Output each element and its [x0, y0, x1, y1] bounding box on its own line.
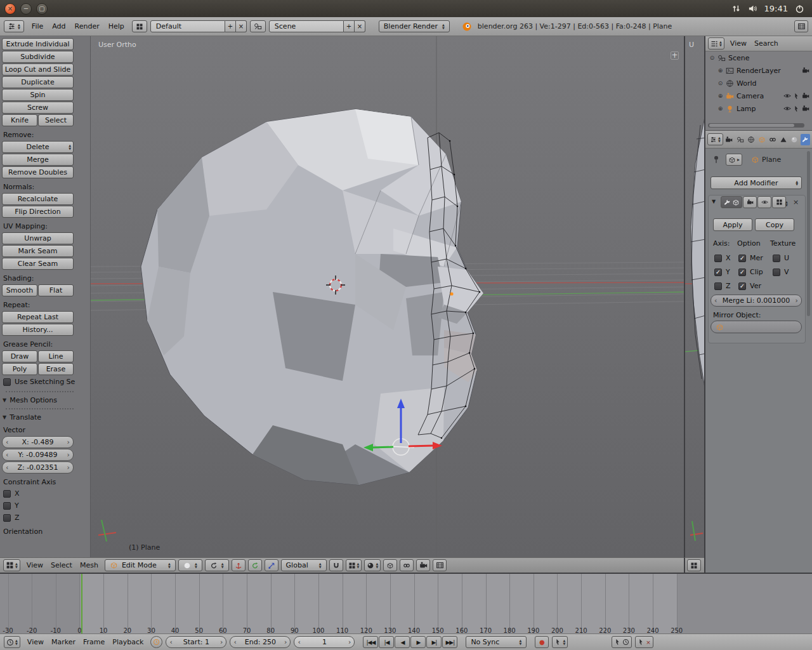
mirror-axis-y-checkbox[interactable]	[714, 269, 722, 276]
editor-type-timeline-button[interactable]: ▲▼	[4, 636, 20, 648]
modifier-close-icon[interactable]: ×	[793, 198, 799, 206]
menu-item[interactable]: Select	[47, 559, 76, 571]
keying-set-dropdown[interactable]: ▲▼	[552, 636, 568, 648]
grease-line-button[interactable]: Line	[38, 350, 74, 362]
selectability-pointer-icon[interactable]	[793, 105, 800, 112]
tool-button[interactable]: Subdivide	[2, 51, 74, 63]
add-scene-button[interactable]: +	[344, 20, 355, 32]
modifier-editmode-toggle[interactable]	[772, 196, 786, 208]
current-frame-marker[interactable]	[81, 574, 82, 635]
tool-button[interactable]: Unwrap	[2, 232, 74, 244]
viewport-3d[interactable]: User Ortho (1) Plane +	[91, 36, 684, 557]
snap-toggle[interactable]	[329, 559, 343, 571]
manipulator-translate-toggle[interactable]	[232, 559, 246, 571]
constraint-y-checkbox[interactable]	[3, 502, 11, 510]
tab-material[interactable]	[790, 134, 799, 145]
insert-keyframe-button[interactable]	[612, 636, 632, 648]
timeline-canvas[interactable]: -30-20-100102030405060708090100110120130…	[0, 573, 812, 635]
tool-button[interactable]: Repeat Last	[2, 311, 74, 323]
tool-button[interactable]: Remove Doubles	[2, 166, 74, 178]
constraint-x-checkbox[interactable]	[3, 490, 11, 498]
shade-smooth-button[interactable]: Smooth	[2, 284, 37, 296]
selected-vertex[interactable]	[450, 292, 453, 295]
delete-menu-button[interactable]: Delete ▲▼	[2, 141, 74, 153]
region-expand-plus-icon[interactable]: +	[671, 51, 679, 60]
grease-draw-button[interactable]: Draw	[2, 350, 37, 362]
renderability-camera-icon[interactable]	[802, 92, 809, 100]
secondary-viewport-scene[interactable]	[685, 36, 704, 557]
shade-flat-button[interactable]: Flat	[38, 284, 74, 296]
decrement-arrow-icon[interactable]: ‹	[233, 638, 236, 646]
vector-x-field[interactable]: ‹ X: -0.489 ›	[2, 436, 74, 448]
tab-scene[interactable]	[735, 134, 745, 145]
scene-field[interactable]: Scene	[269, 20, 344, 32]
decrement-arrow-icon[interactable]: ‹	[6, 437, 8, 448]
expander-icon[interactable]: ⊕	[717, 105, 723, 112]
editor-type-3dview-button[interactable]: ▲▼	[3, 559, 20, 571]
editor-type-info-button[interactable]: ▲▼	[4, 20, 24, 32]
viewport-3d-secondary[interactable]: U	[684, 36, 704, 557]
head-mesh[interactable]	[141, 109, 483, 485]
outliner-row-world[interactable]: ⊙ World	[705, 77, 812, 90]
mirror-axis-x-checkbox[interactable]	[714, 255, 722, 262]
breadcrumb-object-icon-button[interactable]: ▸	[726, 154, 742, 166]
mirror-object-field[interactable]	[710, 321, 802, 333]
translate-panel-header[interactable]: ▼ Translate	[3, 413, 90, 421]
tab-object[interactable]	[757, 134, 766, 145]
add-modifier-dropdown[interactable]: Add Modifier ▲▼	[710, 176, 802, 189]
occlude-geometry-toggle[interactable]	[400, 559, 414, 571]
outliner-row-camera[interactable]: ⊕ Camera	[705, 90, 812, 102]
menu-item[interactable]: Add	[48, 20, 70, 32]
editor-type-outliner-button[interactable]: ▲▼	[708, 37, 724, 50]
increment-arrow-icon[interactable]: ›	[284, 638, 287, 646]
menu-item[interactable]: View	[726, 37, 750, 50]
apply-button[interactable]: Apply	[713, 218, 752, 231]
scene-browse-button[interactable]	[250, 20, 266, 32]
snap-element-dropdown[interactable]: ▲▼	[346, 559, 362, 571]
decrement-arrow-icon[interactable]: ‹	[714, 296, 717, 305]
tool-button[interactable]: Spin	[2, 89, 74, 101]
window-duplicate-button[interactable]	[794, 20, 808, 32]
menu-item[interactable]: View	[23, 559, 47, 571]
breadcrumb-object[interactable]: Plane	[751, 156, 781, 164]
tab-modifiers[interactable]	[801, 134, 810, 145]
outliner-row-scene[interactable]: ⊙ Scene	[705, 51, 812, 64]
menu-item[interactable]: Search	[750, 37, 782, 50]
mirror-vgroups-checkbox[interactable]	[738, 282, 746, 290]
mirror-texture-v-checkbox[interactable]	[773, 269, 780, 276]
record-button[interactable]: ●	[535, 636, 549, 648]
panel-collapse-triangle-icon[interactable]: ▼	[712, 199, 716, 204]
jump-to-end-button[interactable]: ▶▶|	[442, 636, 457, 648]
selectability-pointer-icon[interactable]	[793, 93, 800, 100]
tab-data[interactable]	[779, 134, 789, 145]
render-engine-dropdown[interactable]: Blender Render ▲▼	[379, 20, 450, 32]
mirror-merge-checkbox[interactable]	[738, 255, 746, 262]
increment-arrow-icon[interactable]: ›	[348, 638, 351, 646]
delete-scene-button[interactable]: ×	[355, 20, 365, 32]
screen-layout-browse-button[interactable]	[132, 20, 147, 32]
mesh-options-panel-header[interactable]: ▼ Mesh Options	[3, 396, 90, 404]
use-preview-range-toggle[interactable]	[150, 636, 162, 648]
editor-type-3dview-button[interactable]	[687, 559, 701, 571]
menu-item[interactable]: Frame	[79, 636, 108, 648]
proportional-edit-dropdown[interactable]: ▲▼	[364, 559, 381, 571]
modifier-realtime-toggle[interactable]	[757, 196, 771, 208]
expander-icon[interactable]: ⊕	[717, 67, 723, 74]
prev-keyframe-button[interactable]: |◀	[379, 636, 394, 648]
mode-dropdown[interactable]: Edit Mode ▲▼	[105, 559, 176, 571]
window-maximize-button[interactable]: ▢	[36, 3, 48, 15]
tab-world[interactable]	[746, 134, 756, 145]
menu-item[interactable]: Mesh	[76, 559, 102, 571]
increment-arrow-icon[interactable]: ›	[67, 437, 70, 448]
use-sketching-checkbox[interactable]	[3, 378, 11, 386]
viewport-shading-dropdown[interactable]: ▲▼	[178, 559, 202, 571]
visibility-eye-icon[interactable]	[783, 105, 791, 112]
pivot-point-dropdown[interactable]: ▲▼	[205, 559, 229, 571]
tab-constraints[interactable]	[768, 134, 777, 145]
tool-button[interactable]: Flip Direction	[2, 206, 74, 218]
transform-orientation-dropdown[interactable]: Global ▲▼	[281, 559, 327, 571]
mirror-axis-z-checkbox[interactable]	[714, 282, 722, 290]
tab-render[interactable]	[724, 134, 734, 145]
tool-button[interactable]: History...	[2, 324, 74, 336]
renderability-camera-icon[interactable]	[802, 105, 809, 112]
